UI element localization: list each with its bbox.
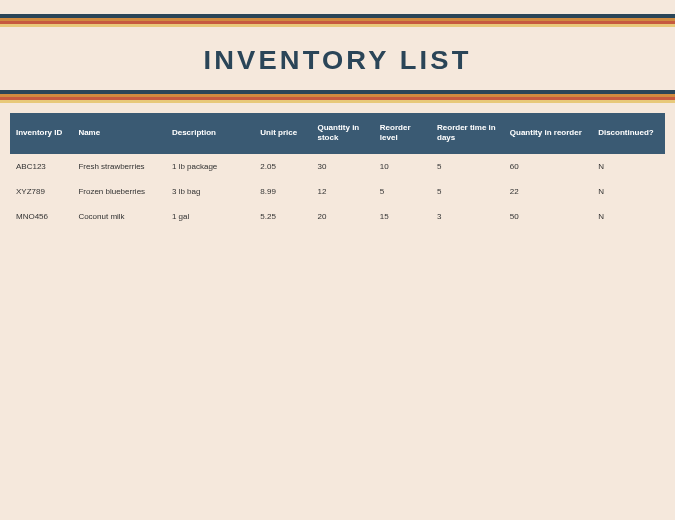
cell-unit-price: 8.99	[254, 179, 311, 204]
cell-quantity-in-stock: 20	[311, 204, 373, 229]
col-header-reorder-level: Reorder level	[374, 113, 431, 154]
col-header-description: Description	[166, 113, 254, 154]
cell-name: Coconut milk	[72, 204, 166, 229]
cell-description: 3 lb bag	[166, 179, 254, 204]
cell-reorder-time: 5	[431, 154, 504, 179]
col-header-quantity-in-reorder: Quantity in reorder	[504, 113, 592, 154]
table-row: ABC123 Fresh strawberries 1 lb package 2…	[10, 154, 665, 179]
inventory-table-container: Inventory ID Name Description Unit price…	[0, 113, 675, 229]
col-header-inventory-id: Inventory ID	[10, 113, 72, 154]
cell-name: Frozen blueberries	[72, 179, 166, 204]
cell-quantity-in-stock: 12	[311, 179, 373, 204]
cell-name: Fresh strawberries	[72, 154, 166, 179]
top-decorative-stripes	[0, 14, 675, 27]
table-row: MNO456 Coconut milk 1 gal 5.25 20 15 3 5…	[10, 204, 665, 229]
cell-reorder-level: 10	[374, 154, 431, 179]
cell-quantity-in-reorder: 60	[504, 154, 592, 179]
cell-unit-price: 2.05	[254, 154, 311, 179]
table-row: XYZ789 Frozen blueberries 3 lb bag 8.99 …	[10, 179, 665, 204]
col-header-name: Name	[72, 113, 166, 154]
cell-reorder-time: 3	[431, 204, 504, 229]
cell-inventory-id: XYZ789	[10, 179, 72, 204]
cell-quantity-in-reorder: 22	[504, 179, 592, 204]
col-header-discontinued: Discontinued?	[592, 113, 665, 154]
col-header-reorder-time: Reorder time in days	[431, 113, 504, 154]
cell-reorder-level: 15	[374, 204, 431, 229]
cell-description: 1 lb package	[166, 154, 254, 179]
cell-description: 1 gal	[166, 204, 254, 229]
table-body: ABC123 Fresh strawberries 1 lb package 2…	[10, 154, 665, 229]
mid-decorative-stripes	[0, 90, 675, 103]
cell-inventory-id: MNO456	[10, 204, 72, 229]
cell-discontinued: N	[592, 179, 665, 204]
page-title: INVENTORY LIST	[0, 45, 675, 76]
cell-discontinued: N	[592, 204, 665, 229]
cell-inventory-id: ABC123	[10, 154, 72, 179]
cell-reorder-level: 5	[374, 179, 431, 204]
cell-quantity-in-stock: 30	[311, 154, 373, 179]
cell-discontinued: N	[592, 154, 665, 179]
col-header-quantity-in-stock: Quantity in stock	[311, 113, 373, 154]
cell-quantity-in-reorder: 50	[504, 204, 592, 229]
col-header-unit-price: Unit price	[254, 113, 311, 154]
cell-reorder-time: 5	[431, 179, 504, 204]
stripe-yellow	[0, 24, 675, 27]
cell-unit-price: 5.25	[254, 204, 311, 229]
table-header-row: Inventory ID Name Description Unit price…	[10, 113, 665, 154]
inventory-table: Inventory ID Name Description Unit price…	[10, 113, 665, 229]
